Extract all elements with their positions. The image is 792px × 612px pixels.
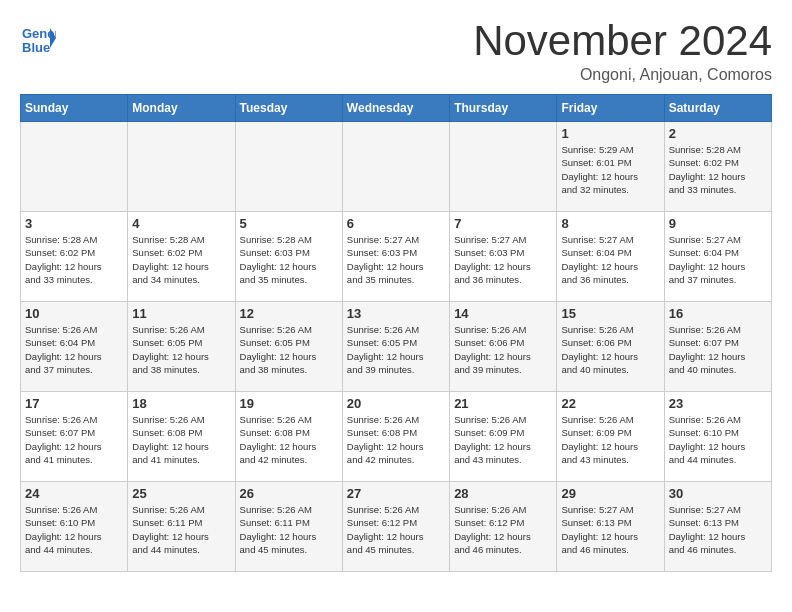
calendar-cell: 11Sunrise: 5:26 AMSunset: 6:05 PMDayligh…	[128, 302, 235, 392]
day-number: 27	[347, 486, 445, 501]
day-number: 25	[132, 486, 230, 501]
calendar-cell: 22Sunrise: 5:26 AMSunset: 6:09 PMDayligh…	[557, 392, 664, 482]
day-info: Sunrise: 5:27 AMSunset: 6:03 PMDaylight:…	[347, 233, 445, 286]
logo-icon: General Blue	[20, 20, 56, 56]
day-number: 1	[561, 126, 659, 141]
day-info: Sunrise: 5:28 AMSunset: 6:02 PMDaylight:…	[25, 233, 123, 286]
day-info: Sunrise: 5:26 AMSunset: 6:07 PMDaylight:…	[669, 323, 767, 376]
calendar-cell: 25Sunrise: 5:26 AMSunset: 6:11 PMDayligh…	[128, 482, 235, 572]
calendar-cell	[450, 122, 557, 212]
week-row-4: 17Sunrise: 5:26 AMSunset: 6:07 PMDayligh…	[21, 392, 772, 482]
day-number: 13	[347, 306, 445, 321]
title-block: November 2024 Ongoni, Anjouan, Comoros	[473, 20, 772, 84]
day-info: Sunrise: 5:26 AMSunset: 6:05 PMDaylight:…	[240, 323, 338, 376]
day-number: 12	[240, 306, 338, 321]
calendar-cell: 14Sunrise: 5:26 AMSunset: 6:06 PMDayligh…	[450, 302, 557, 392]
calendar-cell: 3Sunrise: 5:28 AMSunset: 6:02 PMDaylight…	[21, 212, 128, 302]
calendar-cell: 1Sunrise: 5:29 AMSunset: 6:01 PMDaylight…	[557, 122, 664, 212]
day-number: 20	[347, 396, 445, 411]
day-info: Sunrise: 5:28 AMSunset: 6:02 PMDaylight:…	[132, 233, 230, 286]
calendar-cell	[235, 122, 342, 212]
week-row-5: 24Sunrise: 5:26 AMSunset: 6:10 PMDayligh…	[21, 482, 772, 572]
calendar-cell: 8Sunrise: 5:27 AMSunset: 6:04 PMDaylight…	[557, 212, 664, 302]
day-info: Sunrise: 5:26 AMSunset: 6:11 PMDaylight:…	[132, 503, 230, 556]
day-info: Sunrise: 5:26 AMSunset: 6:09 PMDaylight:…	[561, 413, 659, 466]
day-number: 17	[25, 396, 123, 411]
calendar-cell: 5Sunrise: 5:28 AMSunset: 6:03 PMDaylight…	[235, 212, 342, 302]
day-number: 28	[454, 486, 552, 501]
calendar-cell: 9Sunrise: 5:27 AMSunset: 6:04 PMDaylight…	[664, 212, 771, 302]
day-info: Sunrise: 5:26 AMSunset: 6:10 PMDaylight:…	[25, 503, 123, 556]
calendar-cell: 26Sunrise: 5:26 AMSunset: 6:11 PMDayligh…	[235, 482, 342, 572]
week-row-2: 3Sunrise: 5:28 AMSunset: 6:02 PMDaylight…	[21, 212, 772, 302]
week-row-3: 10Sunrise: 5:26 AMSunset: 6:04 PMDayligh…	[21, 302, 772, 392]
calendar-cell: 29Sunrise: 5:27 AMSunset: 6:13 PMDayligh…	[557, 482, 664, 572]
calendar-table: SundayMondayTuesdayWednesdayThursdayFrid…	[20, 94, 772, 572]
day-info: Sunrise: 5:27 AMSunset: 6:13 PMDaylight:…	[561, 503, 659, 556]
calendar-cell: 27Sunrise: 5:26 AMSunset: 6:12 PMDayligh…	[342, 482, 449, 572]
day-number: 3	[25, 216, 123, 231]
day-info: Sunrise: 5:26 AMSunset: 6:05 PMDaylight:…	[347, 323, 445, 376]
calendar-cell	[21, 122, 128, 212]
day-info: Sunrise: 5:26 AMSunset: 6:10 PMDaylight:…	[669, 413, 767, 466]
svg-text:Blue: Blue	[22, 40, 50, 55]
weekday-header-thursday: Thursday	[450, 95, 557, 122]
calendar-cell: 7Sunrise: 5:27 AMSunset: 6:03 PMDaylight…	[450, 212, 557, 302]
day-number: 22	[561, 396, 659, 411]
day-number: 19	[240, 396, 338, 411]
day-info: Sunrise: 5:29 AMSunset: 6:01 PMDaylight:…	[561, 143, 659, 196]
day-info: Sunrise: 5:27 AMSunset: 6:04 PMDaylight:…	[561, 233, 659, 286]
day-info: Sunrise: 5:26 AMSunset: 6:12 PMDaylight:…	[454, 503, 552, 556]
day-info: Sunrise: 5:26 AMSunset: 6:05 PMDaylight:…	[132, 323, 230, 376]
day-info: Sunrise: 5:28 AMSunset: 6:03 PMDaylight:…	[240, 233, 338, 286]
calendar-cell: 13Sunrise: 5:26 AMSunset: 6:05 PMDayligh…	[342, 302, 449, 392]
weekday-header-saturday: Saturday	[664, 95, 771, 122]
calendar-cell	[128, 122, 235, 212]
day-number: 10	[25, 306, 123, 321]
day-number: 15	[561, 306, 659, 321]
calendar-cell: 12Sunrise: 5:26 AMSunset: 6:05 PMDayligh…	[235, 302, 342, 392]
day-number: 30	[669, 486, 767, 501]
calendar-cell: 15Sunrise: 5:26 AMSunset: 6:06 PMDayligh…	[557, 302, 664, 392]
logo: General Blue	[20, 20, 56, 56]
calendar-cell: 16Sunrise: 5:26 AMSunset: 6:07 PMDayligh…	[664, 302, 771, 392]
location-title: Ongoni, Anjouan, Comoros	[473, 66, 772, 84]
day-number: 5	[240, 216, 338, 231]
day-info: Sunrise: 5:27 AMSunset: 6:03 PMDaylight:…	[454, 233, 552, 286]
calendar-cell: 23Sunrise: 5:26 AMSunset: 6:10 PMDayligh…	[664, 392, 771, 482]
weekday-header-sunday: Sunday	[21, 95, 128, 122]
day-number: 14	[454, 306, 552, 321]
day-info: Sunrise: 5:26 AMSunset: 6:09 PMDaylight:…	[454, 413, 552, 466]
weekday-header-tuesday: Tuesday	[235, 95, 342, 122]
day-info: Sunrise: 5:26 AMSunset: 6:12 PMDaylight:…	[347, 503, 445, 556]
calendar-cell: 19Sunrise: 5:26 AMSunset: 6:08 PMDayligh…	[235, 392, 342, 482]
day-info: Sunrise: 5:26 AMSunset: 6:08 PMDaylight:…	[347, 413, 445, 466]
calendar-cell: 17Sunrise: 5:26 AMSunset: 6:07 PMDayligh…	[21, 392, 128, 482]
calendar-cell: 21Sunrise: 5:26 AMSunset: 6:09 PMDayligh…	[450, 392, 557, 482]
calendar-cell: 4Sunrise: 5:28 AMSunset: 6:02 PMDaylight…	[128, 212, 235, 302]
calendar-cell: 24Sunrise: 5:26 AMSunset: 6:10 PMDayligh…	[21, 482, 128, 572]
month-title: November 2024	[473, 20, 772, 62]
calendar-cell: 28Sunrise: 5:26 AMSunset: 6:12 PMDayligh…	[450, 482, 557, 572]
day-info: Sunrise: 5:26 AMSunset: 6:04 PMDaylight:…	[25, 323, 123, 376]
week-row-1: 1Sunrise: 5:29 AMSunset: 6:01 PMDaylight…	[21, 122, 772, 212]
day-number: 18	[132, 396, 230, 411]
calendar-cell: 30Sunrise: 5:27 AMSunset: 6:13 PMDayligh…	[664, 482, 771, 572]
day-info: Sunrise: 5:26 AMSunset: 6:11 PMDaylight:…	[240, 503, 338, 556]
day-info: Sunrise: 5:26 AMSunset: 6:06 PMDaylight:…	[454, 323, 552, 376]
weekday-header-friday: Friday	[557, 95, 664, 122]
day-number: 6	[347, 216, 445, 231]
day-info: Sunrise: 5:26 AMSunset: 6:07 PMDaylight:…	[25, 413, 123, 466]
weekday-header-monday: Monday	[128, 95, 235, 122]
day-number: 29	[561, 486, 659, 501]
calendar-cell: 6Sunrise: 5:27 AMSunset: 6:03 PMDaylight…	[342, 212, 449, 302]
calendar-cell: 10Sunrise: 5:26 AMSunset: 6:04 PMDayligh…	[21, 302, 128, 392]
day-info: Sunrise: 5:26 AMSunset: 6:08 PMDaylight:…	[240, 413, 338, 466]
day-info: Sunrise: 5:27 AMSunset: 6:13 PMDaylight:…	[669, 503, 767, 556]
calendar-cell	[342, 122, 449, 212]
day-number: 7	[454, 216, 552, 231]
day-number: 16	[669, 306, 767, 321]
calendar-cell: 18Sunrise: 5:26 AMSunset: 6:08 PMDayligh…	[128, 392, 235, 482]
day-info: Sunrise: 5:26 AMSunset: 6:08 PMDaylight:…	[132, 413, 230, 466]
day-number: 26	[240, 486, 338, 501]
